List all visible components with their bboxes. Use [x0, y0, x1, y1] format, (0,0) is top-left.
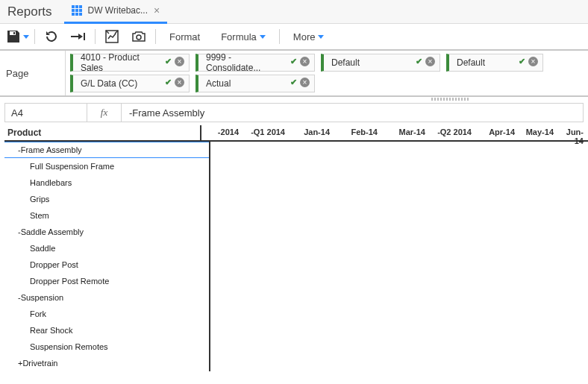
tab-dw-writeback[interactable]: DW Writebac... ×	[64, 0, 168, 24]
chevron-down-icon	[318, 35, 324, 39]
product-row[interactable]: +Drivetrain	[4, 355, 209, 371]
product-row[interactable]: Saddle	[4, 240, 209, 256]
svg-rect-3	[72, 9, 75, 12]
product-row[interactable]: Stem	[4, 207, 209, 224]
product-row[interactable]: -Saddle Assembly	[4, 224, 209, 240]
grid-icon	[72, 5, 82, 16]
fx-label[interactable]: fx	[87, 104, 122, 122]
toolbar: Format Formula More	[0, 24, 588, 51]
time-column-header[interactable]: Feb-14	[334, 125, 382, 140]
clear-filter-button[interactable]: ×	[528, 57, 538, 66]
page-filter-bar: Page 4010 - Product Sales✔×9999 - Consol…	[0, 51, 588, 97]
svg-rect-0	[72, 5, 75, 8]
svg-rect-6	[72, 13, 75, 16]
chevron-down-icon	[260, 35, 266, 39]
filter-label: Actual	[206, 78, 231, 89]
product-column-header[interactable]: Product	[4, 125, 201, 142]
product-row[interactable]: Dropper Post	[4, 256, 209, 273]
clear-filter-button[interactable]: ×	[300, 57, 310, 66]
time-column-header[interactable]: -2014	[201, 125, 243, 140]
time-column-header[interactable]: Jun-14	[558, 125, 588, 140]
filter-pill[interactable]: Default✔×	[446, 54, 543, 72]
time-column-header[interactable]: -Q1 2014	[243, 125, 290, 140]
tab-close-button[interactable]: ×	[154, 4, 160, 16]
filter-pill[interactable]: Actual✔×	[196, 75, 315, 92]
filter-pill[interactable]: 9999 - Consolidate...✔×	[196, 54, 315, 72]
save-button[interactable]	[4, 23, 31, 50]
time-column-header[interactable]: Mar-14	[382, 125, 430, 140]
clear-filter-button[interactable]: ×	[175, 57, 184, 66]
svg-rect-1	[75, 5, 78, 8]
chevron-down-icon	[23, 35, 29, 39]
data-area[interactable]	[210, 142, 588, 371]
format-menu[interactable]: Format	[159, 23, 210, 50]
camera-button[interactable]	[125, 23, 152, 50]
resize-grip[interactable]	[0, 97, 588, 101]
reports-heading: Reports	[0, 4, 64, 19]
filter-pill[interactable]: G/L Data (CC)✔×	[70, 75, 190, 92]
product-row[interactable]: Dropper Post Remote	[4, 273, 209, 289]
product-column: -Frame AssemblyFull Suspension FrameHand…	[4, 142, 210, 371]
time-column-header[interactable]: -Q2 2014	[430, 125, 476, 140]
check-icon: ✔	[416, 57, 422, 66]
separator	[34, 29, 35, 44]
check-icon: ✔	[290, 57, 297, 66]
refresh-button[interactable]	[38, 23, 65, 50]
page-label: Page	[0, 51, 66, 95]
separator	[95, 29, 96, 44]
column-headers: Product -2014-Q1 2014Jan-14Feb-14Mar-14-…	[4, 125, 588, 142]
time-column-header[interactable]: May-14	[519, 125, 558, 140]
svg-rect-5	[79, 9, 82, 12]
svg-rect-8	[79, 13, 82, 16]
more-menu[interactable]: More	[283, 23, 335, 50]
check-icon: ✔	[519, 57, 525, 66]
filter-line-1: 4010 - Product Sales✔×9999 - Consolidate…	[70, 54, 584, 72]
tabs-bar: Reports DW Writebac... ×	[0, 0, 588, 24]
check-icon: ✔	[165, 78, 172, 87]
svg-rect-10	[84, 33, 85, 40]
product-row[interactable]: Rear Shock	[4, 322, 209, 339]
filter-label: 9999 - Consolidate...	[206, 52, 284, 73]
svg-rect-2	[79, 5, 82, 8]
filter-label: 4010 - Product Sales	[81, 52, 159, 73]
svg-rect-7	[75, 13, 78, 16]
separator	[279, 29, 280, 44]
check-icon: ✔	[290, 78, 297, 87]
chart-button[interactable]	[98, 23, 125, 50]
clear-filter-button[interactable]: ×	[300, 78, 310, 87]
svg-rect-9	[71, 36, 78, 37]
check-icon: ✔	[165, 57, 172, 66]
formula-input[interactable]: -Frame Assembly	[122, 104, 583, 122]
filter-label: Default	[457, 57, 485, 68]
data-grid: Product -2014-Q1 2014Jan-14Feb-14Mar-14-…	[4, 125, 588, 371]
formula-bar: A4 fx -Frame Assembly	[4, 103, 584, 122]
product-row[interactable]: Suspension Remotes	[4, 339, 209, 355]
svg-rect-4	[75, 9, 78, 12]
separator	[155, 29, 156, 44]
time-column-headers: -2014-Q1 2014Jan-14Feb-14Mar-14-Q2 2014A…	[201, 125, 588, 142]
time-column-header[interactable]: Jan-14	[290, 125, 334, 140]
filter-line-2: G/L Data (CC)✔×Actual✔×	[70, 75, 584, 92]
product-row[interactable]: -Frame Assembly	[4, 142, 209, 158]
submit-button[interactable]	[65, 23, 92, 50]
product-row[interactable]: Grips	[4, 191, 209, 207]
filter-label: G/L Data (CC)	[81, 78, 137, 89]
cell-reference-input[interactable]: A4	[5, 104, 87, 122]
product-row[interactable]: Fork	[4, 306, 209, 322]
filter-label: Default	[331, 57, 360, 68]
clear-filter-button[interactable]: ×	[175, 78, 184, 87]
tab-label: DW Writebac...	[88, 5, 148, 16]
product-row[interactable]: Handlebars	[4, 174, 209, 191]
product-row[interactable]: -Suspension	[4, 289, 209, 306]
time-column-header[interactable]: Apr-14	[476, 125, 519, 140]
product-row[interactable]: Full Suspension Frame	[4, 158, 209, 174]
filter-pill[interactable]: 4010 - Product Sales✔×	[70, 54, 190, 72]
filter-pill[interactable]: Default✔×	[321, 54, 440, 72]
svg-point-12	[137, 35, 141, 40]
clear-filter-button[interactable]: ×	[425, 57, 435, 66]
formula-menu[interactable]: Formula	[210, 23, 276, 50]
